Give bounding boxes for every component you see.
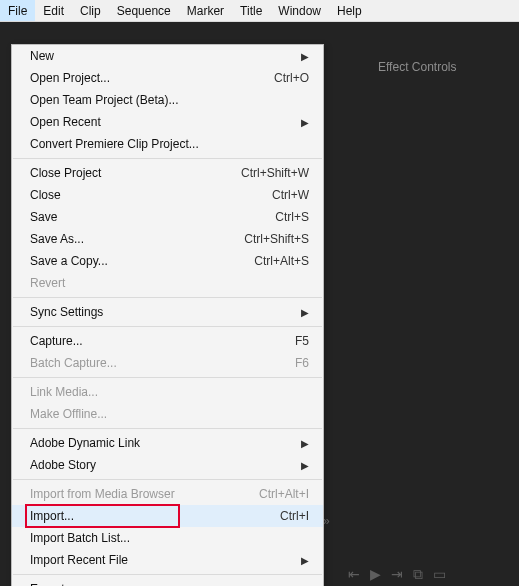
menu-marker[interactable]: Marker	[179, 0, 232, 21]
menu-item-shortcut: Ctrl+O	[274, 71, 309, 85]
menu-separator	[13, 479, 322, 480]
menu-item-shortcut: Ctrl+Alt+S	[254, 254, 309, 268]
file-menu-import-batch-list[interactable]: Import Batch List...	[12, 527, 323, 549]
menubar: FileEditClipSequenceMarkerTitleWindowHel…	[0, 0, 519, 22]
file-menu-save-as[interactable]: Save As...Ctrl+Shift+S	[12, 228, 323, 250]
menu-item-label: Save	[30, 210, 57, 224]
play-icon[interactable]: ▶	[370, 566, 381, 583]
menu-item-label: Capture...	[30, 334, 83, 348]
menu-item-label: Import from Media Browser	[30, 487, 175, 501]
step-back-icon[interactable]: ⇤	[348, 566, 360, 583]
menu-item-label: New	[30, 49, 54, 63]
file-menu-save[interactable]: SaveCtrl+S	[12, 206, 323, 228]
menu-edit[interactable]: Edit	[35, 0, 72, 21]
file-menu-close-project[interactable]: Close ProjectCtrl+Shift+W	[12, 162, 323, 184]
menu-window[interactable]: Window	[270, 0, 329, 21]
menu-item-label: Save As...	[30, 232, 84, 246]
chevron-right-icon: ▶	[301, 307, 309, 318]
file-menu-export[interactable]: Export▶	[12, 578, 323, 586]
file-menu-open-team-project-beta[interactable]: Open Team Project (Beta)...	[12, 89, 323, 111]
app-body: Effect Controls » ⇤ ▶ ⇥ ⧉ ▭ New▶Open Pro…	[0, 22, 519, 586]
menu-item-label: Adobe Dynamic Link	[30, 436, 140, 450]
file-menu-link-media: Link Media...	[12, 381, 323, 403]
menu-separator	[13, 158, 322, 159]
menu-item-label: Import Recent File	[30, 553, 128, 567]
file-menu-capture[interactable]: Capture...F5	[12, 330, 323, 352]
chevron-right-icon: ▶	[301, 555, 309, 566]
menu-separator	[13, 377, 322, 378]
menu-item-shortcut: F6	[295, 356, 309, 370]
overlay-icon[interactable]: ⧉	[413, 566, 423, 583]
file-menu-sync-settings[interactable]: Sync Settings▶	[12, 301, 323, 323]
menu-item-shortcut: F5	[295, 334, 309, 348]
file-menu-adobe-story[interactable]: Adobe Story▶	[12, 454, 323, 476]
menu-item-shortcut: Ctrl+S	[275, 210, 309, 224]
menu-separator	[13, 297, 322, 298]
menu-title[interactable]: Title	[232, 0, 270, 21]
menu-clip[interactable]: Clip	[72, 0, 109, 21]
menu-separator	[13, 428, 322, 429]
menu-separator	[13, 574, 322, 575]
file-menu-import[interactable]: Import...Ctrl+I	[12, 505, 323, 527]
menu-item-shortcut: Ctrl+W	[272, 188, 309, 202]
file-menu-dropdown[interactable]: New▶Open Project...Ctrl+OOpen Team Proje…	[11, 44, 324, 586]
menu-item-label: Import Batch List...	[30, 531, 130, 545]
menu-item-label: Revert	[30, 276, 65, 290]
file-menu-close[interactable]: CloseCtrl+W	[12, 184, 323, 206]
file-menu-new[interactable]: New▶	[12, 45, 323, 67]
menu-item-label: Import...	[30, 509, 74, 523]
menu-item-label: Close	[30, 188, 61, 202]
menu-item-shortcut: Ctrl+Alt+I	[259, 487, 309, 501]
file-menu-import-from-media-browser: Import from Media BrowserCtrl+Alt+I	[12, 483, 323, 505]
file-menu-save-a-copy[interactable]: Save a Copy...Ctrl+Alt+S	[12, 250, 323, 272]
file-menu-adobe-dynamic-link[interactable]: Adobe Dynamic Link▶	[12, 432, 323, 454]
file-menu-open-project[interactable]: Open Project...Ctrl+O	[12, 67, 323, 89]
menu-item-label: Open Recent	[30, 115, 101, 129]
menu-item-label: Make Offline...	[30, 407, 107, 421]
menu-sequence[interactable]: Sequence	[109, 0, 179, 21]
menu-item-label: Close Project	[30, 166, 101, 180]
menu-item-shortcut: Ctrl+I	[280, 509, 309, 523]
menu-item-label: Open Project...	[30, 71, 110, 85]
menu-item-label: Link Media...	[30, 385, 98, 399]
file-menu-revert: Revert	[12, 272, 323, 294]
menu-item-label: Convert Premiere Clip Project...	[30, 137, 199, 151]
menu-help[interactable]: Help	[329, 0, 370, 21]
menu-separator	[13, 326, 322, 327]
chevron-right-icon: ▶	[301, 460, 309, 471]
menu-item-shortcut: Ctrl+Shift+S	[244, 232, 309, 246]
file-menu-import-recent-file[interactable]: Import Recent File▶	[12, 549, 323, 571]
dock-toolbar: ⇤ ▶ ⇥ ⧉ ▭	[348, 566, 446, 583]
file-menu-batch-capture: Batch Capture...F6	[12, 352, 323, 374]
chevron-right-icon: ▶	[301, 51, 309, 62]
export-frame-icon[interactable]: ▭	[433, 566, 446, 583]
menu-item-label: Batch Capture...	[30, 356, 117, 370]
file-menu-make-offline: Make Offline...	[12, 403, 323, 425]
menu-item-shortcut: Ctrl+Shift+W	[241, 166, 309, 180]
file-menu-convert-premiere-clip-project[interactable]: Convert Premiere Clip Project...	[12, 133, 323, 155]
menu-item-label: Adobe Story	[30, 458, 96, 472]
menu-item-label: Open Team Project (Beta)...	[30, 93, 179, 107]
chevron-right-icon: ▶	[301, 117, 309, 128]
chevron-right-icon: ▶	[301, 438, 309, 449]
step-forward-icon[interactable]: ⇥	[391, 566, 403, 583]
effect-controls-tab[interactable]: Effect Controls	[378, 60, 456, 74]
menu-file[interactable]: File	[0, 0, 35, 21]
menu-item-label: Sync Settings	[30, 305, 103, 319]
menu-item-label: Export	[30, 582, 65, 586]
menu-item-label: Save a Copy...	[30, 254, 108, 268]
playhead-chevron-icon: »	[323, 514, 330, 528]
file-menu-open-recent[interactable]: Open Recent▶	[12, 111, 323, 133]
